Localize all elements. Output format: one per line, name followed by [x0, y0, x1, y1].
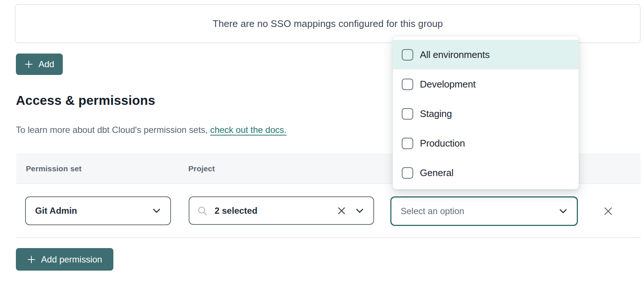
add-permission-label: Add permission: [41, 254, 102, 265]
environment-select[interactable]: Select an option: [390, 196, 578, 226]
docs-link[interactable]: check out the docs.: [210, 125, 287, 135]
checkbox[interactable]: [402, 49, 413, 61]
description-text: To learn more about dbt Cloud's permissi…: [16, 125, 210, 135]
option-label: Production: [420, 138, 465, 149]
option-label: Staging: [420, 108, 452, 120]
option-label: All environments: [420, 49, 490, 61]
add-sso-mapping-button[interactable]: Add: [16, 54, 63, 75]
group-settings-page: There are no SSO mappings configured for…: [0, 0, 644, 285]
add-button-label: Add: [38, 59, 54, 69]
option-label: Development: [420, 79, 476, 90]
plus-icon: [27, 255, 36, 264]
environment-dropdown-menu: All environments Development Staging Pro…: [393, 36, 579, 189]
project-multiselect[interactable]: 2 selected: [189, 196, 374, 225]
checkbox[interactable]: [402, 108, 413, 120]
add-permission-button[interactable]: Add permission: [16, 248, 113, 271]
chevron-down-icon: [356, 208, 364, 213]
environment-placeholder: Select an option: [401, 206, 464, 216]
dropdown-option-production[interactable]: Production: [393, 128, 579, 158]
permission-set-select[interactable]: Git Admin: [25, 196, 171, 225]
checkbox[interactable]: [402, 79, 413, 90]
search-icon: [198, 206, 207, 216]
remove-permission-row-button[interactable]: [603, 206, 613, 216]
permission-set-value: Git Admin: [35, 206, 77, 216]
column-header-permission-set: Permission set: [26, 164, 82, 173]
column-header-project: Project: [188, 164, 215, 173]
dropdown-option-all-environments[interactable]: All environments: [393, 40, 579, 69]
row-divider: [16, 237, 641, 238]
checkbox[interactable]: [402, 138, 413, 149]
dropdown-option-general[interactable]: General: [393, 158, 579, 188]
project-selected-count: 2 selected: [215, 206, 257, 216]
dropdown-option-staging[interactable]: Staging: [393, 99, 579, 128]
clear-selection-icon[interactable]: [337, 206, 346, 215]
chevron-down-icon: [559, 209, 567, 214]
plus-icon: [24, 60, 33, 69]
chevron-down-icon: [153, 208, 161, 213]
sso-empty-message: There are no SSO mappings configured for…: [213, 18, 443, 30]
checkbox[interactable]: [402, 167, 413, 179]
section-title: Access & permissions: [16, 93, 155, 108]
option-label: General: [420, 167, 453, 179]
close-icon: [603, 206, 613, 216]
dropdown-option-development[interactable]: Development: [393, 69, 579, 99]
section-description: To learn more about dbt Cloud's permissi…: [16, 125, 287, 135]
